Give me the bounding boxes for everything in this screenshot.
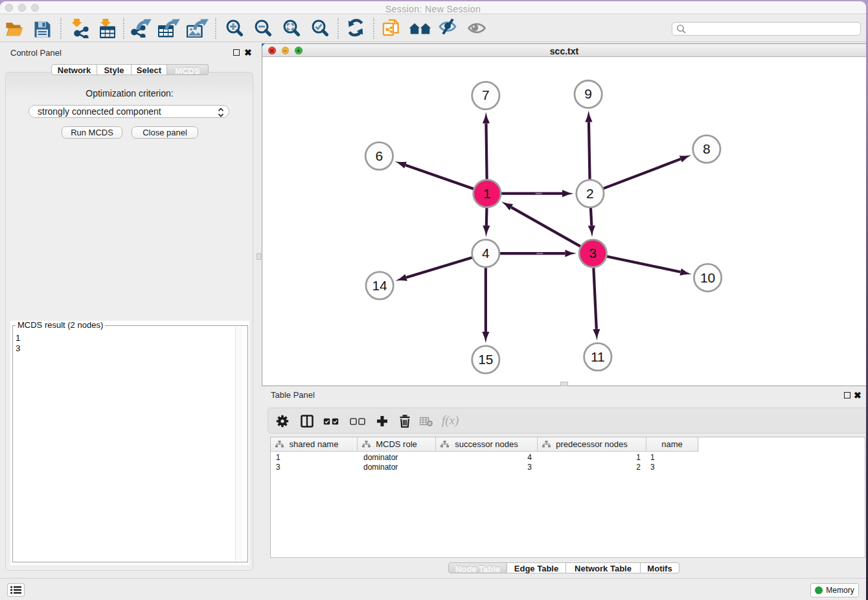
svg-text:10: 10 <box>700 270 715 285</box>
svg-text:1: 1 <box>483 186 491 201</box>
svg-text:6: 6 <box>376 148 383 163</box>
svg-text:9: 9 <box>584 86 592 101</box>
svg-text:f(x): f(x) <box>442 414 459 428</box>
svg-text:8: 8 <box>703 141 711 156</box>
svg-text:4: 4 <box>482 246 490 260</box>
svg-text:7: 7 <box>482 87 490 102</box>
svg-text:14: 14 <box>372 278 387 293</box>
svg-text:2: 2 <box>586 186 594 201</box>
svg-text:15: 15 <box>478 352 493 367</box>
svg-text:3: 3 <box>589 246 597 260</box>
svg-text:11: 11 <box>591 349 605 364</box>
